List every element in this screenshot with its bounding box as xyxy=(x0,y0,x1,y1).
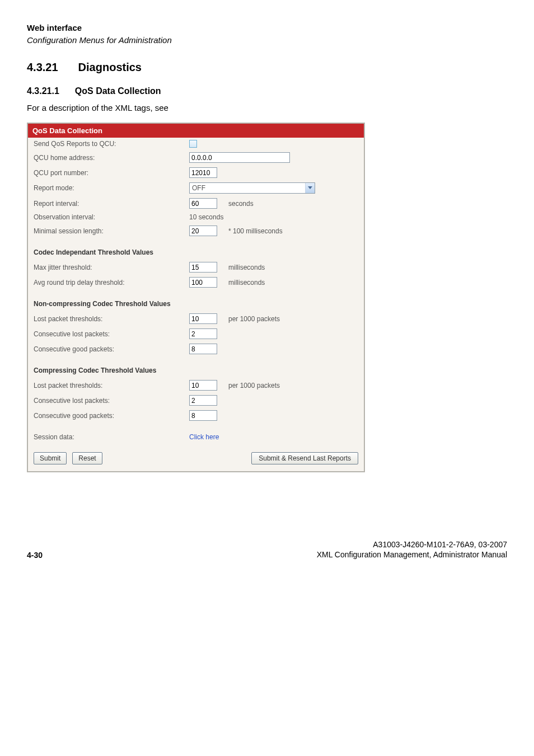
submit-button[interactable]: Submit xyxy=(34,452,67,464)
report-interval-unit: seconds xyxy=(228,200,254,208)
reset-button[interactable]: Reset xyxy=(72,452,102,464)
subsection-number: 4.3.21.1 xyxy=(27,86,59,96)
home-address-label: QCU home address: xyxy=(34,154,189,162)
compressing-header: Compressing Codec Threshold Values xyxy=(28,356,364,378)
max-jitter-input[interactable] xyxy=(189,262,217,273)
subsection-title: QoS Data Collection xyxy=(75,86,161,96)
home-address-input[interactable] xyxy=(189,152,290,163)
session-data-link[interactable]: Click here xyxy=(189,433,219,441)
min-session-unit: * 100 milliseconds xyxy=(228,227,283,235)
min-session-label: Minimal session length: xyxy=(34,227,189,235)
section-number: 4.3.21 xyxy=(27,61,58,74)
max-jitter-label: Max jitter threshold: xyxy=(34,264,189,271)
row-report-mode: Report mode: OFF xyxy=(28,180,364,196)
row-send-reports: Send QoS Reports to QCU: xyxy=(28,138,364,150)
report-interval-input[interactable] xyxy=(189,198,217,209)
observation-interval-value: 10 seconds xyxy=(189,213,223,221)
panel-title: QoS Data Collection xyxy=(28,124,364,138)
send-reports-label: Send QoS Reports to QCU: xyxy=(34,140,189,148)
section-title: Diagnostics xyxy=(78,61,142,74)
c-lost-input[interactable] xyxy=(189,380,217,391)
row-port-number: QCU port number: xyxy=(28,165,364,180)
send-reports-checkbox[interactable] xyxy=(189,140,197,148)
row-home-address: QCU home address: xyxy=(28,150,364,165)
report-mode-label: Report mode: xyxy=(34,184,189,192)
row-report-interval: Report interval: seconds xyxy=(28,196,364,211)
row-max-jitter: Max jitter threshold: milliseconds xyxy=(28,260,364,275)
nc-cons-good-label: Consecutive good packets: xyxy=(34,345,189,353)
row-nc-cons-good: Consecutive good packets: xyxy=(28,341,364,356)
footer-doc-title: XML Configuration Management, Administra… xyxy=(317,550,507,560)
report-mode-dropdown[interactable]: OFF xyxy=(189,182,315,194)
qos-config-panel: QoS Data Collection Send QoS Reports to … xyxy=(27,123,365,472)
page-number: 4-30 xyxy=(27,551,43,560)
c-cons-lost-input[interactable] xyxy=(189,395,217,406)
nc-cons-lost-label: Consecutive lost packets: xyxy=(34,330,189,338)
c-cons-good-label: Consecutive good packets: xyxy=(34,412,189,420)
noncompressing-header: Non-compressing Codec Threshold Values xyxy=(28,290,364,311)
avg-rtd-unit: milliseconds xyxy=(228,279,265,287)
page-footer: 4-30 A31003-J4260-M101-2-76A9, 03-2007 X… xyxy=(27,539,507,560)
header-title: Web interface xyxy=(27,22,507,34)
c-cons-lost-label: Consecutive lost packets: xyxy=(34,397,189,405)
header-subtitle: Configuration Menus for Administration xyxy=(27,35,507,46)
nc-cons-lost-input[interactable] xyxy=(189,328,217,339)
nc-cons-good-input[interactable] xyxy=(189,344,217,354)
row-c-cons-lost: Consecutive lost packets: xyxy=(28,393,364,408)
nc-lost-input[interactable] xyxy=(189,313,217,324)
row-session-data: Session data: Click here xyxy=(28,423,364,449)
min-session-input[interactable] xyxy=(189,226,217,236)
port-number-label: QCU port number: xyxy=(34,169,189,177)
observation-interval-label: Observation interval: xyxy=(34,213,189,221)
row-c-cons-good: Consecutive good packets: xyxy=(28,408,364,423)
c-lost-unit: per 1000 packets xyxy=(228,382,280,389)
max-jitter-unit: milliseconds xyxy=(228,264,265,271)
codec-independent-header: Codec Independant Threshold Values xyxy=(28,238,364,260)
row-nc-cons-lost: Consecutive lost packets: xyxy=(28,326,364,341)
report-mode-value: OFF xyxy=(192,184,205,192)
intro-text: For a description of the XML tags, see xyxy=(27,103,507,112)
subsection-heading: 4.3.21.1 QoS Data Collection xyxy=(27,86,507,96)
nc-lost-label: Lost packet thresholds: xyxy=(34,315,189,323)
page-header: Web interface Configuration Menus for Ad… xyxy=(27,22,507,45)
row-nc-lost: Lost packet thresholds: per 1000 packets xyxy=(28,311,364,326)
nc-lost-unit: per 1000 packets xyxy=(228,315,280,323)
button-row: Submit Reset Submit & Resend Last Report… xyxy=(28,449,364,466)
chevron-down-icon xyxy=(305,183,315,193)
avg-rtd-label: Avg round trip delay threshold: xyxy=(34,279,189,287)
report-interval-label: Report interval: xyxy=(34,200,189,208)
avg-rtd-input[interactable] xyxy=(189,277,217,288)
session-data-label: Session data: xyxy=(34,433,189,441)
footer-doc-id: A31003-J4260-M101-2-76A9, 03-2007 xyxy=(317,539,507,550)
resend-button[interactable]: Submit & Resend Last Reports xyxy=(251,452,358,464)
c-cons-good-input[interactable] xyxy=(189,410,217,421)
c-lost-label: Lost packet thresholds: xyxy=(34,382,189,389)
row-observation-interval: Observation interval: 10 seconds xyxy=(28,211,364,223)
row-min-session: Minimal session length: * 100 millisecon… xyxy=(28,223,364,238)
port-number-input[interactable] xyxy=(189,167,217,178)
row-c-lost: Lost packet thresholds: per 1000 packets xyxy=(28,378,364,393)
row-avg-rtd: Avg round trip delay threshold: millisec… xyxy=(28,275,364,290)
section-heading: 4.3.21 Diagnostics xyxy=(27,61,507,74)
